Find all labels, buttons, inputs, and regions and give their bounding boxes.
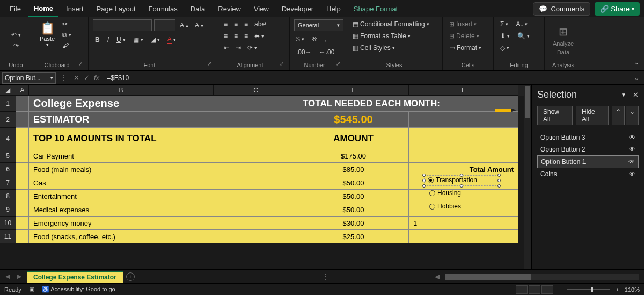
format-painter-button[interactable]: 🖌 (60, 41, 74, 51)
currency-button[interactable]: $ ▾ (294, 34, 306, 44)
comments-button[interactable]: 💬 Comments (533, 2, 590, 16)
cell-E6[interactable]: $85.00 (298, 163, 409, 176)
col-header-F[interactable]: F (409, 85, 518, 96)
undo-button[interactable]: ↶ ▾ (9, 30, 23, 40)
row-header-1[interactable]: 1 (0, 96, 16, 112)
align-top-button[interactable]: ≡ (222, 19, 230, 29)
alignment-launcher[interactable]: ⤢ (279, 61, 285, 69)
cell-E11[interactable]: $25.00 (298, 230, 409, 243)
eye-icon[interactable]: 👁 (629, 134, 635, 141)
name-box[interactable]: Option But...▾ (2, 72, 56, 84)
page-layout-view-button[interactable] (529, 285, 540, 294)
zoom-out-button[interactable]: − (559, 286, 562, 293)
clipboard-launcher[interactable]: ⤢ (77, 61, 84, 69)
sheet-scroll-left[interactable]: ◀ (3, 273, 12, 280)
option-button-1-shape[interactable]: Transportation (424, 175, 499, 186)
clear-button[interactable]: ◇ ▾ (498, 43, 511, 53)
accessibility-status[interactable]: ♿ Accessibility: Good to go (42, 286, 115, 293)
horizontal-scrollbar[interactable] (445, 274, 639, 280)
option-button-2-shape[interactable]: Housing (429, 189, 461, 197)
cell-F10[interactable]: 1 (409, 217, 518, 230)
font-color-button[interactable]: A ▾ (165, 34, 178, 45)
bold-button[interactable]: B (93, 35, 102, 45)
wrap-text-button[interactable]: ab↵ (252, 19, 269, 29)
cell-E10[interactable]: $30.00 (298, 217, 409, 230)
font-size-select[interactable] (154, 19, 175, 31)
row-header-2[interactable]: 2 (0, 112, 16, 128)
col-header-E[interactable]: E (298, 85, 409, 96)
cell-F4[interactable] (409, 128, 518, 149)
paste-button[interactable]: 📋 Paste ▾ (36, 19, 58, 49)
insert-cells-button[interactable]: ⊞ Insert ▾ (447, 19, 479, 29)
cell-F2[interactable] (409, 112, 518, 128)
cell-A10[interactable] (16, 217, 29, 230)
row-header-10[interactable]: 10 (0, 217, 16, 230)
zoom-level[interactable]: 110% (625, 286, 640, 293)
worksheet-grid[interactable]: ◢ A B C E F 1 College Expense TOTAL NEED… (0, 85, 531, 269)
tab-developer[interactable]: Developer (276, 2, 319, 16)
conditional-formatting-button[interactable]: ▤ Conditional Formatting ▾ (350, 19, 431, 29)
copy-button[interactable]: ⧉▾ (60, 30, 74, 40)
send-backward-button[interactable]: ⌄ (626, 106, 639, 125)
align-center-button[interactable]: ≡ (232, 31, 240, 41)
macro-record-icon[interactable]: ▣ (29, 286, 34, 293)
collapse-ribbon-button[interactable]: ⌄ (630, 17, 644, 70)
format-cells-button[interactable]: ▭ Format ▾ (447, 43, 484, 53)
underline-button[interactable]: U ▾ (114, 35, 128, 45)
sheet-scroll-right[interactable]: ▶ (15, 273, 24, 280)
merge-button[interactable]: ⬌ ▾ (252, 31, 266, 41)
delete-cells-button[interactable]: ⊟ Delete ▾ (447, 31, 481, 41)
cell-A11[interactable] (16, 230, 29, 243)
hscroll-left-icon[interactable]: ◀ (435, 272, 440, 280)
selection-item-1[interactable]: Option Button 2👁 (537, 143, 639, 155)
number-format-select[interactable]: General▾ (294, 19, 343, 31)
share-button[interactable]: 🔗 Share ▾ (595, 2, 640, 16)
autosum-button[interactable]: Σ ▾ (498, 19, 510, 29)
cell-B6[interactable]: Food (main meals) (29, 163, 298, 176)
page-break-view-button[interactable] (541, 285, 553, 294)
cell-A8[interactable] (16, 190, 29, 203)
fill-button[interactable]: ⬇ ▾ (498, 31, 512, 41)
format-as-table-button[interactable]: ▦ Format as Table ▾ (350, 31, 413, 41)
row-header-5[interactable]: 5 (0, 149, 16, 163)
borders-button[interactable]: ▦ ▾ (131, 35, 145, 45)
selection-item-3[interactable]: Coins👁 (537, 168, 639, 180)
font-launcher[interactable]: ⤢ (206, 61, 213, 69)
cell-A6[interactable] (16, 163, 29, 176)
cell-E1[interactable]: TOTAL NEEDED EACH MONTH: (298, 96, 518, 112)
align-middle-button[interactable]: ≡ (232, 19, 240, 29)
decrease-decimal-button[interactable]: ←.00 (317, 47, 337, 57)
fill-color-button[interactable]: ◢ ▾ (149, 35, 162, 45)
sort-filter-button[interactable]: A↓ ▾ (514, 19, 530, 29)
italic-button[interactable]: I (105, 35, 111, 45)
cell-E5[interactable]: $175.00 (298, 149, 409, 163)
cell-B7[interactable]: Gas (29, 176, 298, 190)
find-select-button[interactable]: 🔍 ▾ (515, 31, 532, 41)
font-name-select[interactable] (93, 19, 152, 31)
row-header-11[interactable]: 11 (0, 230, 16, 243)
tab-view[interactable]: View (248, 2, 274, 16)
close-selection-pane-button[interactable]: ✕ (633, 91, 639, 99)
row-header-4[interactable]: 4 (0, 128, 16, 149)
eye-icon[interactable]: 👁 (628, 158, 635, 166)
selection-item-2[interactable]: Option Button 1👁 (537, 155, 639, 168)
cell-F5[interactable] (409, 149, 518, 163)
cell-A7[interactable] (16, 176, 29, 190)
zoom-slider[interactable] (567, 289, 610, 290)
row-header-7[interactable]: 7 (0, 176, 16, 190)
cell-A1[interactable] (16, 96, 29, 112)
sheet-tab-active[interactable]: College Expense Estimator (27, 271, 123, 283)
show-all-button[interactable]: Show All (537, 106, 573, 125)
cell-F11[interactable] (409, 230, 518, 243)
formula-input[interactable] (104, 74, 630, 82)
tab-data[interactable]: Data (185, 2, 210, 16)
cell-B10[interactable]: Emergency money (29, 217, 298, 230)
align-right-button[interactable]: ≡ (242, 31, 250, 41)
vertical-scrollbar[interactable] (524, 85, 531, 269)
row-header-9[interactable]: 9 (0, 203, 16, 217)
cell-B2[interactable]: ESTIMATOR (29, 112, 298, 128)
cell-B1[interactable]: College Expense (29, 96, 298, 112)
normal-view-button[interactable] (516, 285, 528, 294)
cell-F9[interactable] (409, 203, 518, 217)
hide-all-button[interactable]: Hide All (576, 106, 609, 125)
